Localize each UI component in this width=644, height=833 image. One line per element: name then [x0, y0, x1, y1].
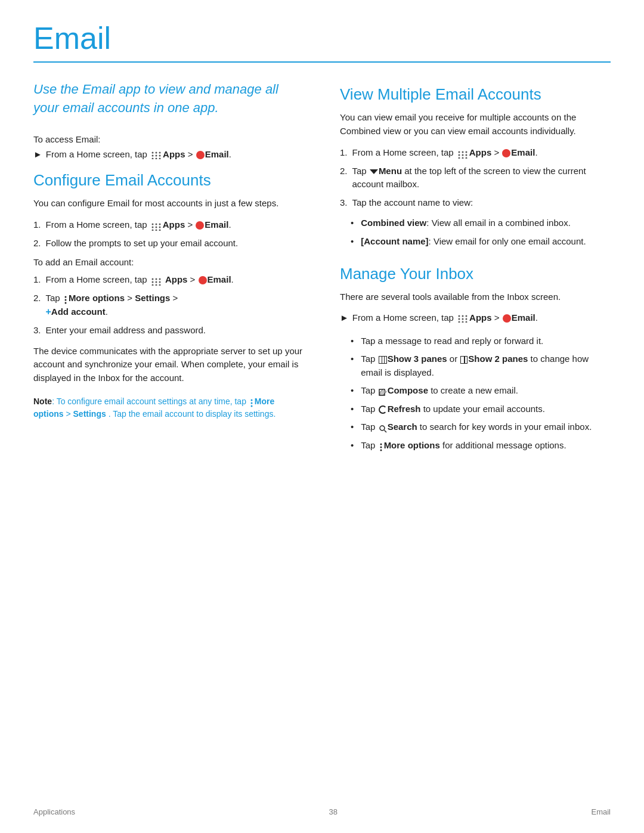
svg-point-22: [155, 281, 157, 283]
page-title: Email: [33, 21, 611, 55]
svg-point-33: [458, 151, 460, 153]
manage-sub-6: Tap More options for additional message …: [351, 439, 611, 453]
footer-center: 38: [329, 807, 338, 816]
svg-point-42: [459, 315, 460, 317]
svg-point-3: [152, 154, 154, 156]
more-options-icon-2: [379, 442, 383, 450]
arrow-icon: ►: [33, 149, 42, 159]
plus-icon: +: [46, 306, 51, 317]
menu-arrow-icon: [370, 169, 378, 174]
svg-point-7: [156, 157, 157, 159]
svg-point-16: [155, 230, 157, 231]
svg-point-18: [151, 278, 153, 280]
svg-point-8: [159, 157, 161, 159]
svg-point-15: [151, 230, 153, 231]
configure-steps-list: 1. From a Home screen, tap Apps > Email.…: [33, 218, 304, 250]
svg-point-30: [250, 399, 252, 401]
add-step-3: 3. Enter your email address and password…: [33, 324, 304, 337]
configure-heading: Configure Email Accounts: [33, 171, 304, 190]
svg-point-28: [64, 299, 66, 301]
svg-line-53: [384, 431, 386, 433]
apps-icon: [151, 151, 162, 159]
svg-point-34: [462, 151, 463, 153]
svg-point-31: [250, 402, 252, 404]
svg-point-37: [462, 154, 463, 156]
svg-point-20: [159, 278, 160, 280]
note-label: Note: [33, 397, 52, 406]
show3-panes-icon: [379, 356, 387, 364]
view-step-2: 2. Tap Menu at the top left of the scree…: [340, 165, 611, 191]
add-step-2: 2. Tap More options > Settings > +Add ac…: [33, 292, 304, 320]
more-options-icon-note: [249, 398, 254, 407]
svg-point-6: [152, 157, 154, 159]
svg-point-46: [462, 318, 464, 320]
svg-point-56: [380, 449, 382, 451]
add-steps-list: 1. From a Home screen, tap Apps > Email.…: [33, 273, 304, 337]
svg-point-26: [159, 284, 160, 286]
intro-text: Use the Email app to view and manage all…: [33, 80, 304, 117]
svg-point-4: [156, 154, 157, 156]
svg-point-39: [458, 157, 460, 159]
search-icon: [379, 423, 387, 432]
right-column: View Multiple Email Accounts You can vie…: [340, 80, 611, 457]
svg-point-36: [458, 154, 460, 156]
svg-point-44: [466, 315, 467, 317]
svg-point-43: [462, 315, 464, 317]
view-sub-2: [Account name]: View email for only one …: [351, 235, 611, 249]
email-dot-icon-2: [196, 221, 204, 230]
svg-point-35: [465, 151, 467, 153]
svg-point-45: [459, 318, 460, 320]
svg-point-11: [159, 224, 160, 225]
title-divider: [33, 61, 611, 63]
device-body: The device communicates with the appropr…: [33, 345, 304, 385]
manage-sub-list: Tap a message to read and reply or forwa…: [340, 335, 611, 453]
svg-point-19: [155, 278, 157, 280]
show2-panes-icon: [460, 356, 467, 364]
view-sub-1: Combined view: View all email in a combi…: [351, 216, 611, 230]
more-options-icon: [63, 295, 68, 303]
svg-point-9: [151, 224, 153, 225]
access-bullet: ► From a Home screen, tap Apps > Email.: [33, 149, 304, 159]
email-dot-icon: [196, 151, 205, 159]
note-section: Note: To configure email account setting…: [33, 395, 304, 420]
svg-point-14: [159, 227, 160, 228]
svg-point-47: [466, 318, 467, 320]
svg-point-12: [151, 227, 153, 228]
svg-point-29: [64, 302, 66, 304]
apps-icon-5: [457, 314, 468, 323]
svg-point-1: [156, 151, 157, 153]
svg-point-32: [250, 405, 252, 407]
apps-icon-2: [151, 221, 162, 230]
add-step-1: 1. From a Home screen, tap Apps > Email.: [33, 273, 304, 287]
to-access-label: To access Email:: [33, 134, 304, 144]
page: Email Use the Email app to view and mana…: [0, 0, 644, 833]
svg-point-0: [152, 151, 154, 153]
email-dot-icon-3: [199, 276, 207, 284]
configure-step-2: 2. Follow the prompts to set up your ema…: [33, 237, 304, 250]
arrow-icon-2: ►: [340, 312, 349, 323]
email-label: Email: [205, 149, 229, 159]
svg-point-17: [159, 230, 160, 231]
svg-point-38: [465, 154, 467, 156]
view-step-3: 3. Tap the account name to view:: [340, 196, 611, 210]
svg-point-55: [380, 446, 382, 448]
svg-point-13: [155, 227, 157, 228]
view-step-1: 1. From a Home screen, tap Apps > Email.: [340, 146, 611, 160]
manage-sub-2: Tap Show 3 panes or Show 2 panes to chan…: [351, 352, 611, 379]
manage-body: There are several tools available from t…: [340, 290, 611, 304]
svg-point-52: [380, 426, 385, 431]
page-footer: Applications 38 Email: [33, 807, 611, 816]
access-text: From a Home screen, tap Apps > Email.: [46, 149, 231, 159]
svg-point-54: [380, 443, 382, 445]
title-section: Email: [0, 0, 644, 63]
configure-body: You can configure Email for most account…: [33, 197, 304, 210]
refresh-icon: [379, 405, 387, 414]
email-dot-icon-4: [502, 149, 510, 157]
apps-icon-4: [457, 149, 468, 157]
svg-point-25: [155, 284, 157, 286]
view-body: You can view email you receive for multi…: [340, 111, 611, 138]
two-column-layout: Use the Email app to view and manage all…: [0, 80, 644, 457]
manage-heading: Manage Your Inbox: [340, 265, 611, 283]
manage-arrow-bullet: ► From a Home screen, tap Apps > Email.: [340, 312, 611, 323]
manage-sub-3: Tap Compose to create a new email.: [351, 384, 611, 398]
